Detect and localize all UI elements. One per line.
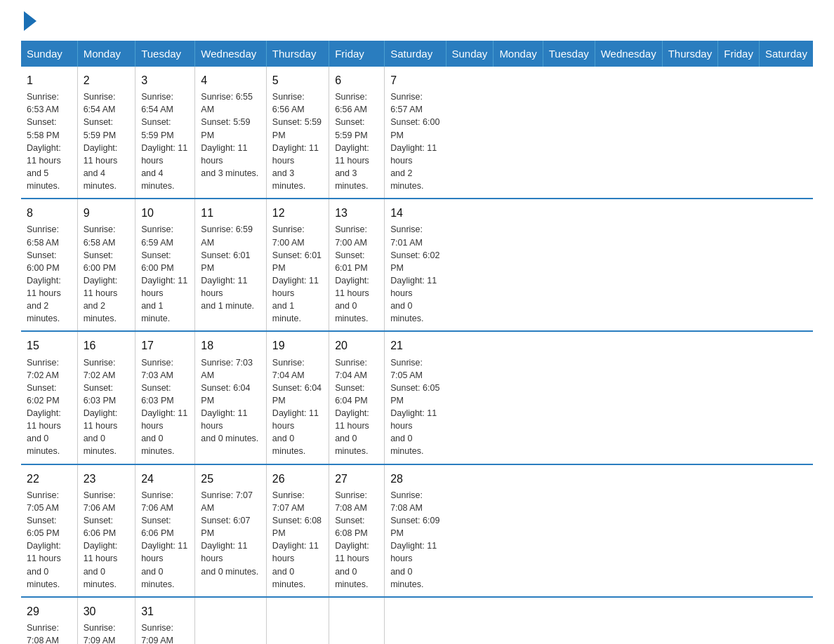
day-number: 13 — [335, 205, 378, 221]
calendar-week-row: 29Sunrise: 7:08 AMSunset: 6:09 PMDayligh… — [21, 597, 813, 644]
calendar-cell: 31Sunrise: 7:09 AMSunset: 6:10 PMDayligh… — [135, 597, 195, 644]
calendar-table: SundayMondayTuesdayWednesdayThursdayFrid… — [21, 41, 813, 644]
day-number: 25 — [201, 471, 260, 487]
weekday-header-saturday: Saturday — [759, 41, 813, 67]
day-info: Sunrise: 6:59 AMSunset: 6:00 PMDaylight:… — [141, 223, 189, 325]
calendar-cell: 2Sunrise: 6:54 AMSunset: 5:59 PMDaylight… — [77, 67, 135, 199]
day-info: Sunrise: 7:01 AMSunset: 6:02 PMDaylight:… — [390, 223, 440, 325]
calendar-cell: 14Sunrise: 7:01 AMSunset: 6:02 PMDayligh… — [385, 199, 446, 331]
calendar-cell — [329, 597, 385, 644]
calendar-cell: 29Sunrise: 7:08 AMSunset: 6:09 PMDayligh… — [21, 597, 77, 644]
day-info: Sunrise: 7:06 AMSunset: 6:06 PMDaylight:… — [84, 489, 130, 591]
weekday-header-monday: Monday — [77, 41, 135, 67]
calendar-cell: 5Sunrise: 6:56 AMSunset: 5:59 PMDaylight… — [266, 67, 329, 199]
calendar-cell: 30Sunrise: 7:09 AMSunset: 6:10 PMDayligh… — [77, 597, 135, 644]
day-info: Sunrise: 6:56 AMSunset: 5:59 PMDaylight:… — [335, 90, 378, 192]
day-info: Sunrise: 6:55 AMSunset: 5:59 PMDaylight:… — [201, 90, 260, 180]
weekday-header-thursday: Thursday — [662, 41, 718, 67]
logo — [21, 14, 37, 27]
calendar-cell: 26Sunrise: 7:07 AMSunset: 6:08 PMDayligh… — [266, 464, 329, 597]
day-number: 9 — [84, 205, 130, 221]
day-info: Sunrise: 7:08 AMSunset: 6:08 PMDaylight:… — [335, 489, 378, 591]
weekday-header-friday: Friday — [329, 41, 385, 67]
calendar-cell: 25Sunrise: 7:07 AMSunset: 6:07 PMDayligh… — [195, 464, 267, 597]
day-number: 18 — [201, 337, 260, 354]
day-info: Sunrise: 6:53 AMSunset: 5:58 PMDaylight:… — [27, 90, 72, 192]
calendar-week-row: 8Sunrise: 6:58 AMSunset: 6:00 PMDaylight… — [21, 199, 813, 331]
day-info: Sunrise: 7:04 AMSunset: 6:04 PMDaylight:… — [272, 356, 323, 458]
calendar-header-row: SundayMondayTuesdayWednesdayThursdayFrid… — [21, 41, 813, 67]
day-info: Sunrise: 7:09 AMSunset: 6:10 PMDaylight:… — [141, 622, 189, 644]
day-number: 22 — [27, 471, 72, 487]
weekday-header-sunday: Sunday — [21, 41, 77, 67]
calendar-cell: 12Sunrise: 7:00 AMSunset: 6:01 PMDayligh… — [266, 199, 329, 331]
day-number: 10 — [141, 205, 189, 221]
calendar-cell: 28Sunrise: 7:08 AMSunset: 6:09 PMDayligh… — [385, 464, 446, 597]
day-info: Sunrise: 7:09 AMSunset: 6:10 PMDaylight:… — [84, 622, 130, 644]
day-number: 1 — [27, 72, 72, 88]
day-number: 6 — [335, 72, 378, 88]
day-info: Sunrise: 7:02 AMSunset: 6:02 PMDaylight:… — [27, 356, 72, 458]
day-info: Sunrise: 6:58 AMSunset: 6:00 PMDaylight:… — [84, 223, 130, 325]
weekday-header-friday: Friday — [718, 41, 760, 67]
day-number: 12 — [272, 205, 323, 221]
day-info: Sunrise: 7:08 AMSunset: 6:09 PMDaylight:… — [390, 489, 440, 591]
day-number: 29 — [27, 603, 72, 619]
day-number: 14 — [390, 205, 440, 221]
calendar-cell: 8Sunrise: 6:58 AMSunset: 6:00 PMDaylight… — [21, 199, 77, 331]
day-info: Sunrise: 7:07 AMSunset: 6:07 PMDaylight:… — [201, 489, 260, 578]
day-info: Sunrise: 6:57 AMSunset: 6:00 PMDaylight:… — [390, 90, 440, 192]
day-info: Sunrise: 6:59 AMSunset: 6:01 PMDaylight:… — [201, 223, 260, 312]
calendar-cell: 16Sunrise: 7:02 AMSunset: 6:03 PMDayligh… — [77, 331, 135, 464]
weekday-header-wednesday: Wednesday — [195, 41, 267, 67]
day-number: 3 — [141, 72, 189, 88]
day-info: Sunrise: 7:05 AMSunset: 6:05 PMDaylight:… — [390, 356, 440, 458]
calendar-cell: 10Sunrise: 6:59 AMSunset: 6:00 PMDayligh… — [135, 199, 195, 331]
day-number: 27 — [335, 471, 378, 487]
calendar-cell: 6Sunrise: 6:56 AMSunset: 5:59 PMDaylight… — [329, 67, 385, 199]
day-number: 31 — [141, 603, 189, 619]
weekday-header-saturday: Saturday — [385, 41, 446, 67]
day-number: 8 — [27, 205, 72, 221]
calendar-cell: 22Sunrise: 7:05 AMSunset: 6:05 PMDayligh… — [21, 464, 77, 597]
day-info: Sunrise: 7:00 AMSunset: 6:01 PMDaylight:… — [272, 223, 323, 325]
calendar-cell: 27Sunrise: 7:08 AMSunset: 6:08 PMDayligh… — [329, 464, 385, 597]
day-number: 30 — [84, 603, 130, 619]
day-info: Sunrise: 7:02 AMSunset: 6:03 PMDaylight:… — [84, 356, 130, 458]
day-info: Sunrise: 7:00 AMSunset: 6:01 PMDaylight:… — [335, 223, 378, 325]
calendar-cell: 23Sunrise: 7:06 AMSunset: 6:06 PMDayligh… — [77, 464, 135, 597]
day-info: Sunrise: 6:54 AMSunset: 5:59 PMDaylight:… — [141, 90, 189, 192]
day-number: 11 — [201, 205, 260, 221]
day-number: 15 — [27, 337, 72, 354]
calendar-cell — [195, 597, 267, 644]
calendar-cell: 19Sunrise: 7:04 AMSunset: 6:04 PMDayligh… — [266, 331, 329, 464]
day-number: 24 — [141, 471, 189, 487]
day-info: Sunrise: 6:54 AMSunset: 5:59 PMDaylight:… — [84, 90, 130, 192]
weekday-header-sunday: Sunday — [446, 41, 494, 67]
day-number: 19 — [272, 337, 323, 354]
page-header — [21, 14, 813, 27]
calendar-cell: 1Sunrise: 6:53 AMSunset: 5:58 PMDaylight… — [21, 67, 77, 199]
day-info: Sunrise: 7:04 AMSunset: 6:04 PMDaylight:… — [335, 356, 378, 458]
calendar-cell: 17Sunrise: 7:03 AMSunset: 6:03 PMDayligh… — [135, 331, 195, 464]
calendar-cell: 24Sunrise: 7:06 AMSunset: 6:06 PMDayligh… — [135, 464, 195, 597]
day-number: 17 — [141, 337, 189, 354]
calendar-cell: 3Sunrise: 6:54 AMSunset: 5:59 PMDaylight… — [135, 67, 195, 199]
day-info: Sunrise: 7:07 AMSunset: 6:08 PMDaylight:… — [272, 489, 323, 591]
calendar-cell: 15Sunrise: 7:02 AMSunset: 6:02 PMDayligh… — [21, 331, 77, 464]
logo-arrow-icon — [24, 11, 37, 31]
calendar-cell: 21Sunrise: 7:05 AMSunset: 6:05 PMDayligh… — [385, 331, 446, 464]
day-info: Sunrise: 7:03 AMSunset: 6:03 PMDaylight:… — [141, 356, 189, 458]
calendar-cell: 18Sunrise: 7:03 AMSunset: 6:04 PMDayligh… — [195, 331, 267, 464]
day-info: Sunrise: 6:58 AMSunset: 6:00 PMDaylight:… — [27, 223, 72, 325]
day-number: 26 — [272, 471, 323, 487]
calendar-week-row: 22Sunrise: 7:05 AMSunset: 6:05 PMDayligh… — [21, 464, 813, 597]
weekday-header-tuesday: Tuesday — [543, 41, 595, 67]
weekday-header-wednesday: Wednesday — [595, 41, 662, 67]
day-number: 2 — [84, 72, 130, 88]
calendar-cell: 11Sunrise: 6:59 AMSunset: 6:01 PMDayligh… — [195, 199, 267, 331]
calendar-week-row: 15Sunrise: 7:02 AMSunset: 6:02 PMDayligh… — [21, 331, 813, 464]
calendar-week-row: 1Sunrise: 6:53 AMSunset: 5:58 PMDaylight… — [21, 67, 813, 199]
day-number: 4 — [201, 72, 260, 88]
day-info: Sunrise: 6:56 AMSunset: 5:59 PMDaylight:… — [272, 90, 323, 192]
